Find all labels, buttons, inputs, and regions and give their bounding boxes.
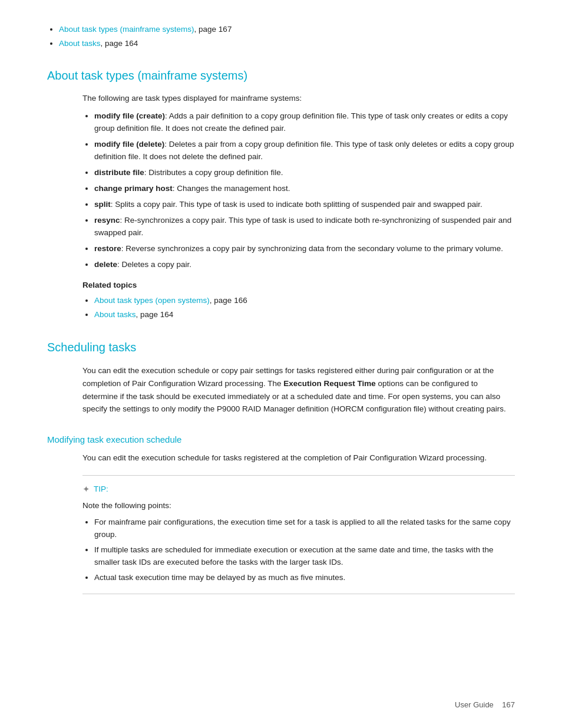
top-bullet-2-suffix: , page 164 [101, 39, 138, 48]
mainframe-section: About task types (mainframe systems) The… [47, 67, 515, 321]
task-type-delete: delete: Deletes a copy pair. [94, 259, 515, 271]
related-link-open-systems[interactable]: About task types (open systems) [94, 296, 210, 305]
tip-box: ✦ TIP: Note the following points: For ma… [82, 475, 515, 594]
tip-item-3: Actual task execution time may be delaye… [94, 572, 515, 584]
mainframe-section-heading: About task types (mainframe systems) [47, 67, 515, 84]
tip-item-1: For mainframe pair configurations, the e… [94, 516, 515, 541]
modifying-section-heading: Modifying task execution schedule [47, 433, 515, 447]
scheduling-body-bold: Execution Request Time [283, 379, 376, 388]
scheduling-section-heading: Scheduling tasks [47, 338, 515, 356]
mainframe-section-content: The following are task types displayed f… [47, 93, 515, 321]
task-type-resync: resync: Re-synchronizes a copy pair. Thi… [94, 215, 515, 239]
top-bullet-1-suffix: , page 167 [194, 25, 232, 34]
related-open-systems: About task types (open systems), page 16… [94, 295, 515, 307]
mainframe-intro: The following are task types displayed f… [82, 93, 515, 105]
tip-note: Note the following points: [82, 500, 515, 512]
task-type-split: split: Splits a copy pair. This type of … [94, 199, 515, 211]
modifying-section: Modifying task execution schedule You ca… [47, 433, 515, 595]
top-link-mainframe[interactable]: About task types (mainframe systems) [59, 25, 194, 34]
top-bullet-1: About task types (mainframe systems), pa… [59, 24, 515, 35]
scheduling-section-content: You can edit the execution schedule or c… [47, 364, 515, 415]
task-type-modify-delete: modify file (delete): Deletes a pair fro… [94, 139, 515, 163]
page: About task types (mainframe systems), pa… [0, 0, 562, 728]
top-bullets-list: About task types (mainframe systems), pa… [47, 24, 515, 50]
related-link-about-tasks[interactable]: About tasks [94, 310, 136, 319]
task-types-list: modify file (create): Adds a pair defini… [82, 110, 515, 271]
scheduling-body: You can edit the execution schedule or c… [82, 364, 515, 415]
modifying-body: You can edit the execution schedule for … [82, 452, 515, 465]
modifying-section-content: You can edit the execution schedule for … [47, 452, 515, 594]
top-bullet-2: About tasks, page 164 [59, 38, 515, 50]
tip-list: For mainframe pair configurations, the e… [82, 516, 515, 584]
footer: User Guide 167 [455, 699, 515, 711]
task-type-restore: restore: Reverse synchronizes a copy pai… [94, 243, 515, 255]
tip-icon: ✦ [82, 483, 90, 496]
related-topics-heading: Related topics [82, 279, 515, 291]
tip-item-2: If multiple tasks are scheduled for imme… [94, 544, 515, 569]
related-about-tasks: About tasks, page 164 [94, 309, 515, 321]
task-type-modify-create: modify file (create): Adds a pair defini… [94, 110, 515, 135]
scheduling-section: Scheduling tasks You can edit the execut… [47, 338, 515, 415]
top-link-tasks[interactable]: About tasks [59, 39, 101, 48]
tip-header: ✦ TIP: [82, 483, 515, 496]
footer-page: 167 [502, 700, 515, 709]
task-type-change-primary: change primary host: Changes the managem… [94, 183, 515, 195]
tip-label: TIP: [94, 483, 108, 495]
footer-label: User Guide [455, 700, 494, 709]
task-type-distribute: distribute file: Distributes a copy grou… [94, 167, 515, 179]
related-topics-list: About task types (open systems), page 16… [82, 295, 515, 321]
